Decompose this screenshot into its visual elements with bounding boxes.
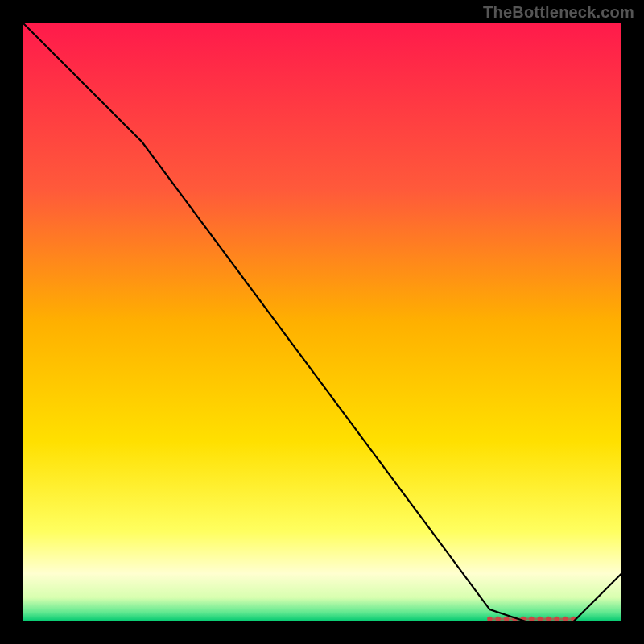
watermark-text: TheBottleneck.com: [483, 3, 634, 22]
chart-frame: TheBottleneck.com: [0, 0, 644, 644]
plot-area: [23, 23, 621, 621]
chart-svg: [23, 23, 621, 621]
